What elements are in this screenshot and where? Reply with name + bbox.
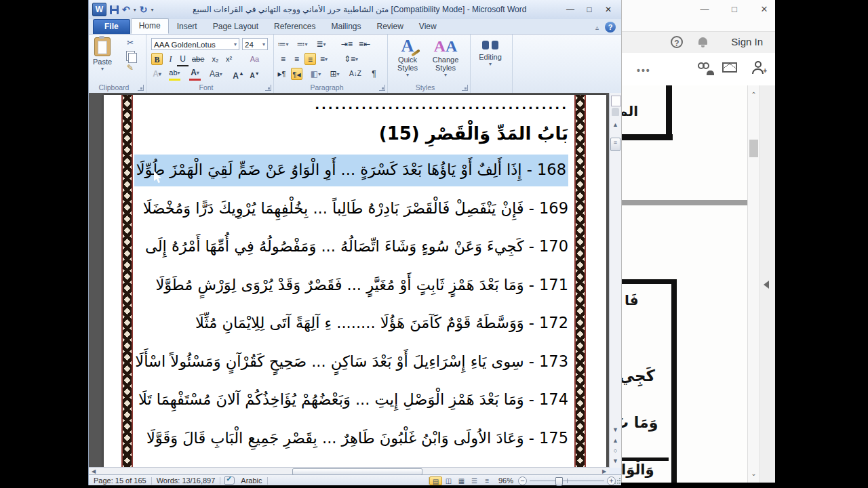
multilevel-list-button[interactable]: ≣▾ <box>315 38 327 50</box>
decrease-indent-button[interactable]: ⇥≡ <box>341 38 353 50</box>
clear-formatting-button[interactable]: Aa <box>249 53 260 65</box>
styles-dialog-launcher-icon[interactable] <box>462 85 468 91</box>
change-case-button[interactable]: Aa▾ <box>210 68 222 80</box>
tab-insert[interactable]: Insert <box>170 20 205 34</box>
quick-styles-button[interactable]: A Quick Styles ▾ <box>390 37 425 84</box>
more-tools-icon[interactable]: ••• <box>637 65 651 76</box>
page-indicator[interactable]: Page: 15 of 165 <box>89 476 151 485</box>
reader-scroll-thumb[interactable] <box>749 140 758 157</box>
cut-button[interactable]: ✂ <box>123 37 138 49</box>
tab-home[interactable]: Home <box>131 18 169 34</box>
shading-button[interactable]: ◧▾ <box>310 68 321 80</box>
reader-close-button[interactable]: ✕ <box>759 4 770 14</box>
reader-document-area[interactable]: الم فَا كَجِيءَ وَمَا بَ وَالْوَاو <box>622 85 747 483</box>
save-icon[interactable] <box>110 5 119 14</box>
share-link-icon[interactable] <box>698 62 713 73</box>
bullets-button[interactable]: ≔▾ <box>277 38 289 50</box>
undo-dropdown-icon[interactable]: ▾ <box>134 7 136 13</box>
document-body[interactable]: ...................................... ب… <box>124 99 568 457</box>
select-browse-object-icon[interactable]: ○ <box>610 446 620 456</box>
text-effects-button[interactable]: A▾ <box>151 68 163 80</box>
zoom-out-icon[interactable]: − <box>518 476 527 485</box>
clipboard-dialog-launcher-icon[interactable] <box>138 85 144 91</box>
view-ruler-toggle-icon[interactable] <box>611 96 621 106</box>
line-spacing-button[interactable]: ⇕≡▾ <box>344 53 358 65</box>
underline-button[interactable]: U <box>177 53 189 66</box>
pan-hand-icon[interactable] <box>612 108 619 116</box>
align-right-button[interactable]: ≡ <box>304 53 316 65</box>
paragraph-dialog-launcher-icon[interactable] <box>379 85 385 91</box>
zoom-slider-handle[interactable] <box>555 477 563 486</box>
ltr-direction-button[interactable]: ▶¶ <box>276 68 288 80</box>
collapse-panel-icon[interactable] <box>764 281 769 289</box>
language-indicator[interactable]: Arabic <box>236 476 267 485</box>
subscript-button[interactable]: x₂ <box>210 53 221 65</box>
numbering-button[interactable]: ≕▾ <box>296 38 308 50</box>
add-user-icon[interactable]: + <box>752 61 766 74</box>
highlight-color-button[interactable]: ab▾ <box>169 66 180 81</box>
superscript-button[interactable]: x² <box>223 53 235 65</box>
reader-scroll-down-icon[interactable]: ⌄ <box>748 470 760 477</box>
font-size-combo[interactable]: 24▾ <box>242 38 268 50</box>
draft-view-icon[interactable]: ≡ <box>481 476 494 485</box>
maximize-button[interactable]: □ <box>585 5 594 14</box>
reader-scroll-up-icon[interactable]: ⌃ <box>748 91 760 98</box>
help-icon[interactable]: ? <box>605 22 616 33</box>
window-resize-grip[interactable] <box>614 478 620 485</box>
proofing-check-icon[interactable] <box>224 476 235 485</box>
reader-vertical-scrollbar[interactable]: ⌃ ⌄ <box>747 85 760 483</box>
document-page[interactable]: ...................................... ب… <box>104 95 606 468</box>
tab-review[interactable]: Review <box>369 20 410 34</box>
vertical-scrollbar[interactable]: ▲ ▼ ▲ ○ ▼ <box>609 93 621 468</box>
change-styles-button[interactable]: AA Change Styles ▾ <box>428 37 463 84</box>
grow-font-button[interactable]: A▲ <box>233 68 244 80</box>
outline-view-icon[interactable]: ☰ <box>468 476 481 485</box>
undo-icon[interactable]: ↶ <box>122 5 130 14</box>
previous-page-icon[interactable]: ▲ <box>610 436 620 446</box>
reader-maximize-button[interactable]: □ <box>729 4 740 14</box>
vertical-scroll-thumb[interactable] <box>610 138 620 151</box>
show-hide-paragraph-button[interactable]: ¶ <box>368 68 380 80</box>
font-size-dropdown-icon[interactable]: ▾ <box>262 39 265 51</box>
reader-help-icon[interactable]: ? <box>671 36 683 48</box>
tab-references[interactable]: References <box>267 20 323 34</box>
align-left-button[interactable]: ≡ <box>277 53 289 65</box>
font-color-button[interactable]: A▾ <box>189 66 201 81</box>
font-name-dropdown-icon[interactable]: ▾ <box>234 39 237 51</box>
borders-button[interactable]: ⊞▾ <box>329 68 340 80</box>
word-app-icon[interactable]: W <box>92 3 106 16</box>
scroll-up-icon[interactable]: ▲ <box>610 120 620 130</box>
shrink-font-button[interactable]: A▼ <box>249 68 260 80</box>
minimize-button[interactable]: — <box>566 5 575 14</box>
notification-bell-icon[interactable] <box>698 37 707 45</box>
sign-in-button[interactable]: Sign In <box>731 36 763 47</box>
rtl-direction-button[interactable]: ¶◀ <box>291 68 302 80</box>
print-layout-view-icon[interactable]: ▤ <box>429 476 442 485</box>
word-count[interactable]: Words: 13/16,897 <box>152 476 220 485</box>
paste-button[interactable]: Paste ▾ <box>93 37 112 72</box>
strikethrough-button[interactable]: abe <box>192 53 204 65</box>
paste-dropdown-icon[interactable]: ▾ <box>101 66 104 72</box>
increase-indent-button[interactable]: ≡⇤ <box>359 38 370 50</box>
email-envelope-icon[interactable] <box>722 62 737 73</box>
align-center-button[interactable]: ≡ <box>291 53 302 65</box>
full-screen-reading-view-icon[interactable]: ◫ <box>442 476 455 485</box>
sort-button[interactable]: A↓Z <box>349 68 361 80</box>
redo-icon[interactable]: ↻ <box>140 5 148 14</box>
zoom-slider[interactable] <box>530 481 604 481</box>
italic-button[interactable]: I <box>165 53 176 65</box>
scroll-down-icon[interactable]: ▼ <box>610 425 620 435</box>
web-layout-view-icon[interactable]: ▦ <box>455 476 468 485</box>
next-page-icon[interactable]: ▼ <box>610 456 620 466</box>
tab-file[interactable]: File <box>93 19 130 34</box>
tab-page-layout[interactable]: Page Layout <box>205 20 266 34</box>
format-painter-button[interactable]: ✎ <box>123 62 138 74</box>
font-name-combo[interactable]: AAA GoldenLotus▾ <box>151 38 239 50</box>
tab-view[interactable]: View <box>412 20 444 34</box>
justify-button[interactable]: ≡▾ <box>318 53 330 65</box>
zoom-percentage[interactable]: 96% <box>494 476 518 485</box>
font-dialog-launcher-icon[interactable] <box>265 85 271 91</box>
tab-mailings[interactable]: Mailings <box>323 20 368 34</box>
editing-button[interactable]: Editing ▾ <box>473 37 508 84</box>
reader-minimize-button[interactable]: — <box>699 4 710 14</box>
